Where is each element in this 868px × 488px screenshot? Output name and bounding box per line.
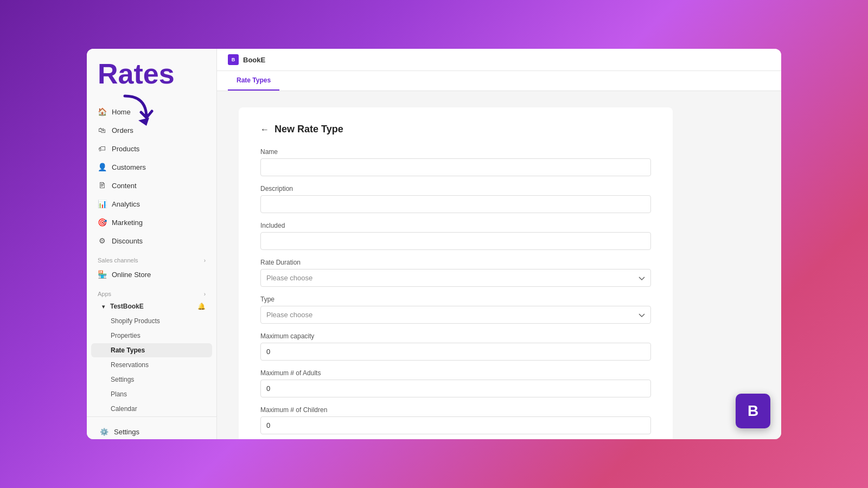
bell-icon: 🔔 (197, 303, 206, 310)
included-input[interactable] (260, 232, 651, 250)
top-bar: B BookE (217, 49, 781, 71)
sidebar-item-reservations[interactable]: Reservations (91, 358, 212, 372)
name-label: Name (260, 148, 651, 156)
sidebar-item-shopify-products[interactable]: Shopify Products (91, 314, 212, 328)
max-capacity-input[interactable] (260, 343, 651, 361)
floating-b-button[interactable]: B (736, 394, 770, 428)
sidebar-app-testbooke[interactable]: ▾ TestBookE 🔔 (91, 299, 212, 313)
form-title: New Rate Type (275, 124, 343, 135)
tabs-bar: Rate Types (217, 71, 781, 91)
max-children-input[interactable] (260, 416, 651, 434)
sales-channels-section: Sales channels › (91, 251, 212, 266)
sidebar-item-settings-main[interactable]: ⚙️ Settings (93, 423, 210, 439)
customers-icon: 👤 (98, 163, 106, 171)
sidebar-item-analytics[interactable]: 📊 Analytics (91, 195, 212, 213)
booke-logo: B (228, 54, 239, 65)
sidebar-nav: 🏠 Home 🛍 Orders 🏷 Products 👤 Customers 🖹… (87, 103, 216, 416)
sidebar-item-products[interactable]: 🏷 Products (91, 140, 212, 157)
settings-icon: ⚙️ (100, 428, 108, 436)
type-label: Type (260, 296, 651, 303)
sidebar-item-properties[interactable]: Properties (91, 329, 212, 343)
form-group-included: Included (260, 222, 651, 250)
sidebar-item-calendar[interactable]: Calendar (91, 402, 212, 416)
name-input[interactable] (260, 158, 651, 176)
main-content: B BookE Rate Types ← New Rate Type Name (217, 49, 781, 439)
form-group-name: Name (260, 148, 651, 176)
rate-duration-select[interactable]: Please choose (260, 269, 651, 287)
apps-section: Apps › (91, 284, 212, 299)
sidebar-item-customers[interactable]: 👤 Customers (91, 158, 212, 176)
description-label: Description (260, 185, 651, 192)
form-group-description: Description (260, 185, 651, 213)
sidebar-item-settings-app[interactable]: Settings (91, 373, 212, 387)
back-button[interactable]: ← (260, 125, 269, 134)
form-group-max-children: Maximum # of Children (260, 406, 651, 434)
sidebar-item-online-store[interactable]: 🏪 Online Store (91, 266, 212, 283)
booke-label: BookE (243, 56, 265, 64)
max-adults-label: Maximum # of Adults (260, 369, 651, 377)
form-group-rate-duration: Rate Duration Please choose (260, 259, 651, 287)
type-select[interactable]: Please choose (260, 306, 651, 324)
form-card: ← New Rate Type Name Description Include… (239, 107, 673, 439)
max-adults-input[interactable] (260, 380, 651, 397)
tab-rate-types[interactable]: Rate Types (228, 71, 279, 91)
discounts-icon: ⚙ (98, 236, 106, 245)
sidebar-bottom: ⚙️ Settings (87, 416, 216, 439)
rate-duration-label: Rate Duration (260, 259, 651, 266)
sidebar-item-plans[interactable]: Plans (91, 387, 212, 401)
home-icon: 🏠 (98, 107, 106, 116)
sidebar-item-marketing[interactable]: 🎯 Marketing (91, 214, 212, 231)
sidebar-item-content[interactable]: 🖹 Content (91, 177, 212, 194)
collapse-icon: ▾ (102, 304, 105, 310)
content-icon: 🖹 (98, 181, 106, 190)
form-group-type: Type Please choose (260, 296, 651, 324)
sidebar-item-orders[interactable]: 🛍 Orders (91, 121, 212, 139)
store-icon: 🏪 (98, 270, 106, 279)
max-capacity-label: Maximum capacity (260, 332, 651, 340)
sidebar-item-discounts[interactable]: ⚙ Discounts (91, 232, 212, 249)
marketing-icon: 🎯 (98, 218, 106, 227)
form-group-max-capacity: Maximum capacity (260, 332, 651, 361)
chevron-right-icon: › (204, 258, 206, 264)
products-icon: 🏷 (98, 144, 106, 153)
chevron-right-icon-apps: › (204, 291, 206, 297)
included-label: Included (260, 222, 651, 229)
content-area: ← New Rate Type Name Description Include… (217, 91, 781, 439)
form-group-max-adults: Maximum # of Adults (260, 369, 651, 397)
description-input[interactable] (260, 195, 651, 213)
form-header: ← New Rate Type (260, 124, 651, 135)
sidebar: 🏠 Home 🛍 Orders 🏷 Products 👤 Customers 🖹… (87, 49, 217, 439)
sidebar-item-rate-types[interactable]: Rate Types (91, 343, 212, 357)
analytics-icon: 📊 (98, 200, 106, 208)
sidebar-item-home[interactable]: 🏠 Home (91, 103, 212, 120)
orders-icon: 🛍 (98, 126, 106, 134)
max-children-label: Maximum # of Children (260, 406, 651, 414)
